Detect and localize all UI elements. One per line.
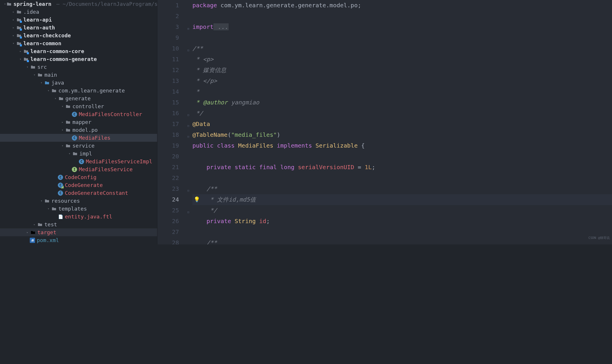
fold-collapse-icon[interactable]: ⊟ [187,131,190,142]
code-line: * <p> [192,54,612,65]
package-icon [72,151,78,156]
tree-item-learn-common-core[interactable]: ▸ learn-common-core [0,47,157,55]
tree-item-resources[interactable]: ▾ resources [0,197,157,205]
line-number: 17 [157,119,179,130]
tree-item-learn-checkcode[interactable]: ▸ learn-checkcode [0,32,157,39]
tree-label: entity.java.ftl [65,214,112,220]
code-line [192,173,612,183]
tree-label: pom.xml [37,237,59,243]
module-icon [16,17,22,22]
chevron-right-icon: ▸ [11,26,16,29]
code-line [192,11,612,22]
tree-label: src [37,64,47,70]
resources-folder-icon [44,198,50,204]
chevron-down-icon: ▾ [39,199,44,202]
class-icon: C [58,183,63,188]
line-number: 22 [157,173,179,183]
fold-collapse-icon[interactable]: ⊟ [187,45,190,56]
tree-item-codegenerateconstant[interactable]: C CodeGenerateConstant [0,189,157,197]
tree-item-learn-auth[interactable]: ▸ learn-auth [0,24,157,32]
fold-end-icon[interactable]: ⊟ [187,207,190,218]
tree-item-learn-api[interactable]: ▸ learn-api [0,16,157,24]
code-line: private String id; [192,216,612,227]
folder-icon [30,64,36,70]
tree-item-codeconfig[interactable]: C CodeConfig [0,173,157,181]
chevron-down-icon: ▾ [60,144,65,147]
tree-label: learn-checkcode [23,32,71,38]
tree-item-codegenerate[interactable]: C CodeGenerate [0,181,157,189]
line-number: 14 [157,86,179,97]
tree-item-idea[interactable]: ▸ .idea [0,8,157,16]
line-number: 3 [157,22,179,32]
code-line: package com.ym.learn.generate.generate.m… [192,0,612,11]
tree-label: learn-auth [23,24,55,31]
fold-collapse-icon[interactable]: ⊟ [187,185,190,196]
tree-item-generate[interactable]: ▾ generate [0,94,157,102]
tree-item-learn-common[interactable]: ▾ learn-common [0,39,157,47]
tree-label: CodeGenerate [65,182,103,188]
project-root-row[interactable]: ▾ spring-learn – ~/Documents/learnJavaPr… [0,0,157,8]
module-icon [23,49,29,54]
tree-item-target[interactable]: ▸ target [0,228,157,236]
line-number: 13 [157,76,179,86]
tree-item-mediafiles[interactable]: C MediaFiles [0,134,157,142]
chevron-right-icon: ▸ [11,34,16,37]
code-line: /** [192,43,612,54]
code-line: @Data [192,119,612,130]
tree-item-model-po[interactable]: ▾ model.po [0,126,157,134]
fold-end-icon[interactable]: ⊟ [187,110,190,120]
tree-label: mapper [72,119,91,125]
line-number: 20 [157,151,179,162]
line-number: 26 [157,216,179,227]
intention-bulb-icon[interactable]: 💡 [194,194,200,205]
line-number-gutter: 1 2 3 9 10 11 12 13 14 15 16 17 18 19 20… [157,0,187,244]
tree-item-controller[interactable]: ▾ controller [0,102,157,110]
class-icon: C [58,175,63,180]
chevron-right-icon: ▸ [11,18,16,21]
line-number: 1 [157,0,179,11]
code-content[interactable]: package com.ym.learn.generate.generate.m… [187,0,612,244]
tree-item-test[interactable]: ▸ test [0,220,157,228]
chevron-down-icon: ▾ [46,89,51,92]
tree-item-pom[interactable]: m pom.xml [0,236,157,244]
tree-item-main[interactable]: ▾ main [0,71,157,79]
fold-collapse-icon[interactable]: ⊟ [187,120,190,131]
project-tree-sidebar[interactable]: ▾ spring-learn – ~/Documents/learnJavaPr… [0,0,157,244]
code-line: @TableName("media_files") [192,130,612,140]
package-icon [65,143,71,148]
tree-label: model.po [72,127,98,133]
module-icon [16,33,22,38]
code-line: */ [192,108,612,119]
code-line: * 媒资信息 [192,65,612,76]
code-line: */ [192,205,612,216]
chevron-down-icon: ▾ [53,97,58,100]
folder-icon [37,72,43,78]
tree-item-mediafilescontroller[interactable]: C MediaFilesController [0,110,157,118]
tree-item-learn-common-generate[interactable]: ▾ learn-common-generate [0,55,157,63]
folder-icon [16,9,22,15]
line-number: 28 [157,237,179,244]
chevron-down-icon: ▾ [25,65,30,69]
tree-item-impl[interactable]: ▾ impl [0,150,157,158]
tree-label: java [51,80,64,86]
chevron-right-icon: ▸ [60,120,65,124]
tree-item-mediafilesserviceimpl[interactable]: C MediaFilesServiceImpl [0,158,157,165]
tree-item-service[interactable]: ▾ service [0,142,157,150]
tree-item-package-root[interactable]: ▾ com.ym.learn.generate [0,87,157,94]
tree-item-src[interactable]: ▾ src [0,63,157,71]
tree-label: MediaFilesService [79,166,133,172]
tree-item-mapper[interactable]: ▸ mapper [0,118,157,126]
code-line: * </p> [192,76,612,86]
tree-label: main [44,72,57,78]
tree-item-java[interactable]: ▾ java [0,79,157,87]
tree-item-mediafilesservice[interactable]: I MediaFilesService [0,165,157,173]
fold-expand-icon[interactable]: ⊞ [187,23,190,34]
code-line [192,151,612,162]
folder-icon [51,206,57,211]
tree-item-entity-ftl[interactable]: 📄 entity.java.ftl [0,213,157,220]
package-icon [65,120,71,125]
code-editor[interactable]: 1 2 3 9 10 11 12 13 14 15 16 17 18 19 20… [157,0,612,244]
chevron-down-icon: ▾ [18,57,23,61]
package-icon [65,127,71,133]
tree-item-templates[interactable]: ▾ templates [0,205,157,213]
